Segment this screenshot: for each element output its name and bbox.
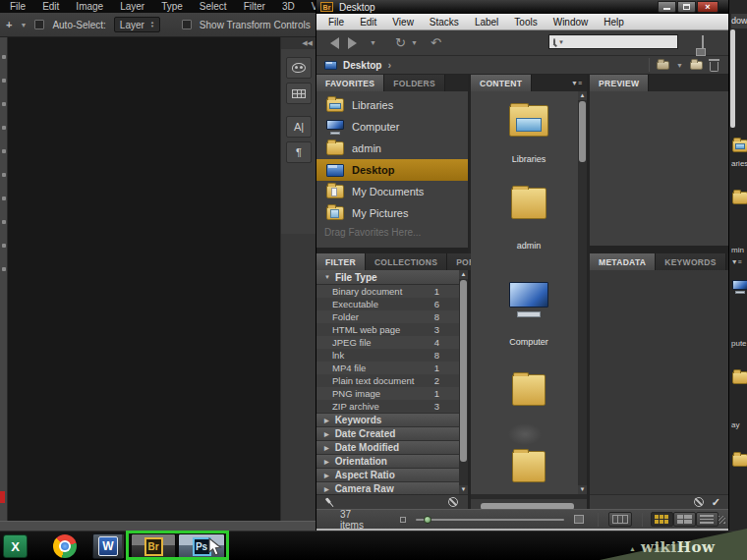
auto-select-target-dropdown[interactable]: Layer ▲▼	[114, 17, 160, 32]
bridge-menu-stacks[interactable]: Stacks	[430, 17, 459, 28]
filter-row[interactable]: lnk8	[316, 349, 459, 362]
recent-dropdown-icon[interactable]: ▼	[370, 39, 376, 46]
larger-thumbnails-icon[interactable]	[574, 515, 584, 524]
foreground-color-swatch[interactable]	[0, 491, 5, 503]
tool-icon[interactable]	[2, 244, 6, 248]
filter-section-orientation[interactable]: ▶Orientation	[316, 454, 459, 468]
dock-collapse-button[interactable]: ◀◀	[281, 37, 316, 49]
grid-lock-view-button[interactable]	[608, 512, 631, 527]
taskbar-chrome-icon[interactable]	[53, 534, 77, 558]
ps-menu-layer[interactable]: Layer	[120, 1, 144, 12]
return-dropdown-icon[interactable]: ▼	[411, 39, 418, 46]
cancel-icon[interactable]	[694, 497, 704, 507]
resize-grip[interactable]	[718, 516, 725, 524]
return-to-app-icon[interactable]: ↻	[395, 36, 406, 49]
tool-icon[interactable]	[2, 102, 6, 106]
photoshop-tool-strip[interactable]	[0, 37, 8, 521]
ps-menu-file[interactable]: File	[10, 1, 26, 12]
filter-row[interactable]: Binary document1	[316, 285, 459, 298]
pin-icon[interactable]	[322, 494, 337, 509]
maximize-button[interactable]	[677, 1, 696, 13]
move-tool-icon[interactable]: +	[6, 19, 12, 30]
tool-icon[interactable]	[2, 149, 6, 153]
content-item-libraries[interactable]: Libraries	[471, 105, 587, 164]
filter-row[interactable]: MP4 file1	[316, 362, 459, 374]
tab-filter[interactable]: FILTER	[316, 253, 366, 270]
character-panel-button[interactable]: A|	[286, 116, 312, 138]
background-window-scrollbar[interactable]	[730, 29, 735, 128]
slider-knob[interactable]	[424, 516, 431, 524]
bridge-menu-label[interactable]: Label	[475, 17, 498, 28]
scroll-up-icon[interactable]: ▲	[459, 270, 468, 279]
filter-row[interactable]: HTML web page3	[316, 323, 459, 336]
thumbnail-size-slider[interactable]	[416, 519, 564, 521]
bridge-menu-edit[interactable]: Edit	[360, 17, 376, 28]
search-input[interactable]	[567, 37, 682, 47]
tab-keywords[interactable]: KEYWORDS	[656, 253, 725, 270]
photoshop-canvas[interactable]	[8, 37, 280, 521]
filter-row[interactable]: ZIP archive3	[316, 400, 459, 413]
thumbnail-view-button[interactable]	[651, 512, 673, 527]
content-scroll-thumb[interactable]	[579, 101, 586, 162]
clear-filter-icon[interactable]	[448, 497, 458, 507]
bridge-menu-view[interactable]: View	[392, 17, 414, 28]
ps-menu-type[interactable]: Type	[161, 1, 183, 12]
breadcrumb-chevron-icon[interactable]: ›	[387, 59, 391, 71]
content-panel[interactable]: Libraries admin Computer	[471, 91, 587, 494]
ps-menu-3d[interactable]: 3D	[282, 1, 295, 12]
scroll-down-icon[interactable]: ▼	[578, 485, 587, 494]
tool-icon[interactable]	[2, 79, 6, 83]
swatches-panel-button[interactable]	[286, 83, 312, 104]
back-button[interactable]	[330, 37, 339, 49]
tool-icon[interactable]	[2, 126, 6, 130]
new-folder-icon[interactable]	[690, 61, 703, 70]
favorites-item-desktop[interactable]: Desktop	[316, 159, 468, 181]
tool-icon[interactable]	[2, 196, 6, 200]
filter-scroll-thumb[interactable]	[460, 280, 467, 462]
trash-icon[interactable]	[710, 62, 718, 72]
tool-preset-dropdown-icon[interactable]: ▼	[20, 22, 27, 28]
list-view-button[interactable]	[696, 512, 718, 527]
tab-folders[interactable]: FOLDERS	[384, 75, 445, 91]
open-recent-folder-icon[interactable]	[657, 61, 669, 70]
favorites-item-my-documents[interactable]: My Documents	[316, 181, 468, 202]
content-item-folder[interactable]	[471, 451, 587, 482]
bridge-menu-file[interactable]: File	[328, 17, 344, 28]
tab-collections[interactable]: COLLECTIONS	[366, 253, 447, 270]
content-item-admin[interactable]: admin	[471, 188, 587, 251]
bridge-menu-window[interactable]: Window	[553, 17, 589, 28]
close-button[interactable]: ×	[697, 1, 718, 13]
bridge-menu-tools[interactable]: Tools	[514, 17, 537, 28]
ps-menu-select[interactable]: Select	[200, 1, 227, 12]
content-item-folder[interactable]	[471, 374, 587, 406]
details-view-button[interactable]	[673, 512, 696, 527]
auto-select-checkbox[interactable]	[34, 20, 44, 29]
filter-row[interactable]: JPEG file4	[316, 336, 459, 349]
folder-dropdown-icon[interactable]: ▼	[676, 62, 683, 69]
content-item-computer[interactable]: Computer	[471, 282, 587, 347]
paragraph-panel-button[interactable]: ¶	[286, 141, 312, 163]
taskbar-bridge-button[interactable]: Br	[131, 533, 176, 560]
tab-metadata[interactable]: METADATA	[590, 253, 656, 270]
favorites-item-admin[interactable]: admin	[316, 138, 468, 159]
ps-menu-edit[interactable]: Edit	[42, 1, 59, 12]
output-workspace-icon[interactable]	[702, 35, 704, 54]
tab-preview[interactable]: PREVIEW	[590, 75, 649, 91]
tool-icon[interactable]	[2, 220, 6, 224]
filter-row[interactable]: Plain text document2	[316, 374, 459, 387]
minimize-button[interactable]	[658, 1, 676, 13]
tool-icon[interactable]	[2, 173, 6, 177]
taskbar-excel-icon[interactable]: X	[3, 534, 28, 558]
smaller-thumbnails-icon[interactable]	[400, 517, 407, 523]
filter-scrollbar[interactable]: ▲ ▼	[459, 270, 468, 494]
content-scrollbar[interactable]: ▲ ▼	[578, 91, 587, 494]
ps-menu-image[interactable]: Image	[76, 1, 103, 12]
taskbar-word-button[interactable]: W	[92, 533, 124, 559]
filter-section-aspect-ratio[interactable]: ▶Aspect Ratio	[316, 468, 459, 481]
breadcrumb[interactable]: Desktop	[343, 60, 381, 71]
scroll-up-icon[interactable]: ▲	[578, 91, 587, 100]
favorites-item-my-pictures[interactable]: My Pictures	[316, 202, 468, 224]
forward-button[interactable]	[348, 37, 357, 49]
show-transform-checkbox[interactable]	[182, 20, 192, 29]
filter-row[interactable]: PNG image1	[316, 387, 459, 400]
